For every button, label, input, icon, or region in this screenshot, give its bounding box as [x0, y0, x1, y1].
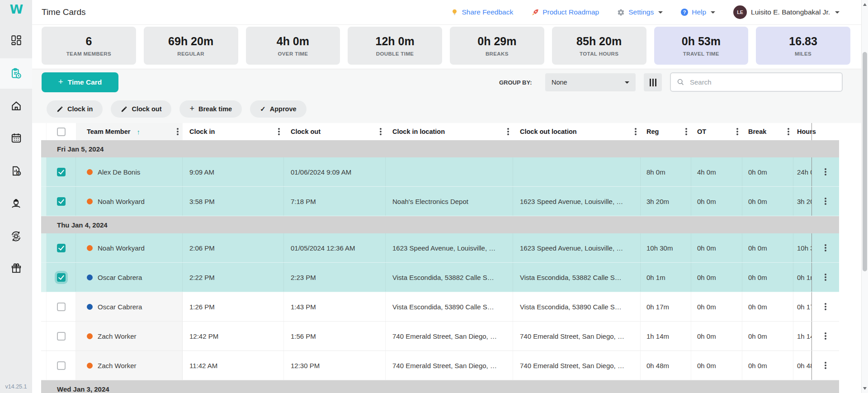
table-row[interactable]: Oscar Cabrera 1:26 PM 1:43 PM Vista Esco… — [41, 292, 839, 322]
row-checkbox[interactable] — [57, 273, 66, 282]
clock-in-location-cell: Vista Escondida, 53890 Calle S… — [386, 292, 513, 321]
sidebar-item-whats-new[interactable] — [0, 256, 32, 281]
time-cards-table: Team Member ↑ Clock in Clock out Clock i… — [41, 123, 839, 393]
scroll-down-arrow-icon[interactable] — [863, 387, 867, 390]
column-header-team-member[interactable]: Team Member ↑ — [76, 123, 183, 140]
column-menu-icon[interactable] — [685, 131, 687, 133]
status-dot — [87, 304, 93, 310]
product-roadmap-link[interactable]: Product Roadmap — [531, 8, 599, 16]
scrollbar-thumb[interactable] — [863, 52, 867, 271]
approve-button[interactable]: ✓ Approve — [250, 100, 306, 118]
stats-row: 6 TEAM MEMBERS 69h 20m REGULAR 4h 0m OVE… — [42, 27, 850, 65]
chevron-down-icon — [625, 81, 629, 84]
settings-menu[interactable]: Settings — [617, 8, 663, 16]
column-header-hours[interactable]: Hours — [793, 123, 811, 140]
column-menu-icon[interactable] — [278, 131, 280, 133]
table-header: Team Member ↑ Clock in Clock out Clock i… — [41, 123, 839, 140]
group-by-select[interactable]: None — [545, 73, 636, 91]
column-settings-button[interactable] — [644, 73, 662, 91]
sidebar-item-reports[interactable]: $ — [0, 158, 32, 184]
break-time-button[interactable]: + Break time — [179, 100, 242, 118]
column-menu-icon[interactable] — [788, 131, 789, 133]
column-menu-icon[interactable] — [736, 131, 738, 133]
stat-travel-time: 0h 53m TRAVEL TIME — [654, 27, 749, 65]
clock-in-location-cell — [386, 157, 513, 186]
row-menu-icon[interactable] — [825, 365, 826, 366]
team-member-name: Zach Worker — [98, 332, 137, 340]
table-row[interactable]: Zach Worker 11:42 AM 12:30 PM 740 Emeral… — [41, 351, 839, 380]
row-checkbox[interactable] — [57, 303, 66, 311]
row-checkbox[interactable] — [57, 332, 66, 341]
column-header-break[interactable]: Break — [742, 123, 793, 140]
table-row[interactable]: Noah Workyard 3:58 PM 7:18 PM Noah's Ele… — [41, 187, 839, 216]
clock-out-cell: 12:30 PM — [284, 351, 386, 380]
clock-in-cell: 9:09 AM — [183, 157, 284, 186]
user-name: Luisito E. Batongbakal Jr. — [751, 8, 830, 16]
row-checkbox[interactable] — [57, 244, 66, 252]
clock-in-cell: 11:42 AM — [183, 351, 284, 380]
clock-in-cell: 2:22 PM — [183, 263, 284, 292]
vertical-scrollbar[interactable] — [861, 0, 868, 393]
clock-out-cell: 1:56 PM — [284, 322, 386, 350]
stat-regular: 69h 20m REGULAR — [144, 27, 238, 65]
lightbulb-icon — [451, 9, 458, 16]
sidebar-item-automations[interactable] — [0, 223, 32, 249]
stat-over-time: 4h 0m OVER TIME — [246, 27, 340, 65]
group-header: Fri Jan 5, 2024 — [41, 140, 839, 157]
clock-out-location-cell: Vista Escondida, 53882 Calle S… — [513, 263, 641, 292]
home-icon — [10, 100, 22, 112]
ot-cell: 0h 0m — [691, 187, 742, 216]
column-menu-icon[interactable] — [177, 131, 179, 133]
sidebar-item-time-cards[interactable] — [0, 61, 32, 86]
column-header-clock-in-location[interactable]: Clock in location — [386, 123, 513, 140]
stat-total-hours: 85h 20m TOTAL HOURS — [552, 27, 646, 65]
pencil-icon — [57, 106, 63, 113]
clock-in-cell: 2:06 PM — [183, 233, 284, 262]
search-box[interactable] — [670, 72, 843, 92]
column-menu-icon[interactable] — [635, 131, 637, 133]
row-checkbox[interactable] — [57, 168, 66, 176]
select-all-checkbox[interactable] — [57, 128, 66, 136]
clock-out-cell: 7:18 PM — [284, 187, 386, 216]
row-menu-icon[interactable] — [825, 171, 826, 173]
add-time-card-button[interactable]: + Time Card — [42, 72, 118, 92]
scroll-up-arrow-icon[interactable] — [863, 3, 867, 6]
table-row[interactable]: Noah Workyard 2:06 PM 01/05/2024 12:36 A… — [41, 233, 839, 263]
column-menu-icon[interactable] — [507, 131, 509, 133]
group-header: Wed Jan 3, 2024 — [41, 380, 839, 393]
share-feedback-link[interactable]: Share Feedback — [451, 8, 513, 16]
group-header: Thu Jan 4, 2024 — [41, 216, 839, 233]
table-row[interactable]: Oscar Cabrera 2:22 PM 2:23 PM Vista Esco… — [41, 263, 839, 292]
clock-out-cell: 01/05/2024 12:36 AM — [284, 233, 386, 262]
column-header-ot[interactable]: OT — [691, 123, 742, 140]
help-icon: ? — [681, 9, 688, 16]
column-header-clock-out[interactable]: Clock out — [284, 123, 386, 140]
row-menu-icon[interactable] — [825, 276, 826, 278]
search-input[interactable] — [689, 78, 836, 86]
user-menu[interactable]: LE Luisito E. Batongbakal Jr. — [733, 5, 840, 19]
table-row[interactable]: Zach Worker 12:42 PM 1:56 PM 740 Emerald… — [41, 322, 839, 351]
sidebar-item-dashboard[interactable] — [0, 28, 32, 53]
row-checkbox[interactable] — [57, 361, 66, 370]
clock-in-cell: 1:26 PM — [183, 292, 284, 321]
clock-out-button[interactable]: Clock out — [111, 100, 171, 118]
group-by-value: None — [552, 79, 567, 86]
sidebar-item-workers[interactable] — [0, 190, 32, 216]
help-menu[interactable]: ? Help — [681, 8, 715, 16]
column-header-clock-in[interactable]: Clock in — [183, 123, 284, 140]
column-header-clock-out-location[interactable]: Clock out location — [513, 123, 641, 140]
plus-icon: + — [189, 104, 194, 114]
row-menu-icon[interactable] — [825, 247, 826, 249]
row-menu-icon[interactable] — [825, 200, 826, 202]
column-header-reg[interactable]: Reg — [641, 123, 691, 140]
schedule-calendar-icon — [10, 132, 22, 144]
row-menu-icon[interactable] — [825, 335, 826, 337]
status-dot — [87, 199, 93, 204]
table-row[interactable]: Alex De Bonis 9:09 AM 01/06/2024 9:09 AM… — [41, 157, 839, 187]
row-menu-icon[interactable] — [825, 306, 826, 308]
sidebar-item-schedule[interactable] — [0, 125, 32, 151]
sidebar-item-home[interactable] — [0, 93, 32, 118]
column-menu-icon[interactable] — [380, 131, 382, 133]
clock-in-button[interactable]: Clock in — [47, 100, 103, 118]
row-checkbox[interactable] — [57, 197, 66, 206]
